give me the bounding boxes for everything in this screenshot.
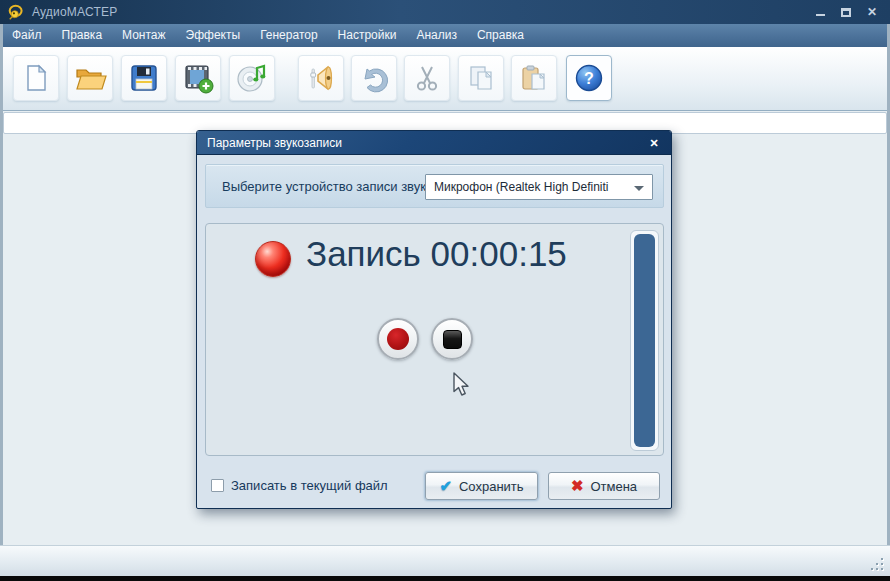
x-icon: ✖ [571,477,584,495]
recording-status-text: Запись 00:00:15 [306,234,567,274]
record-circle-icon [387,328,409,350]
recording-panel: Запись 00:00:15 [205,223,664,456]
record-dialog: Параметры звукозаписи ✕ Выберите устройс… [196,130,672,509]
device-select-value: Микрофон (Realtek High Definiti [434,180,609,194]
minimize-button[interactable] [812,4,828,19]
level-meter-bar [634,234,655,447]
recording-indicator-icon [255,241,291,277]
video-film-plus-icon [181,61,215,95]
save-floppy-icon [128,62,160,94]
dialog-close-button[interactable]: ✕ [645,135,663,151]
grab-cd-audio-button[interactable] [229,55,275,101]
cut-button[interactable] [404,55,450,101]
save-file-button[interactable] [121,55,167,101]
device-select-row: Выберите устройство записи звука: Микроф… [205,164,664,208]
new-file-button[interactable] [13,55,59,101]
copy-button[interactable] [458,55,504,101]
chevron-down-icon [634,186,644,191]
menu-edit[interactable]: Правка [52,24,113,47]
new-file-icon [20,62,52,94]
maximize-button[interactable] [838,4,854,19]
paste-clipboard-icon [517,61,551,95]
save-button[interactable]: ✔ Сохранить [425,472,538,500]
volume-effects-button[interactable] [298,55,344,101]
help-button[interactable]: ? [566,55,612,101]
dialog-titlebar[interactable]: Параметры звукозаписи ✕ [197,131,671,155]
save-button-label: Сохранить [459,479,524,494]
close-button[interactable]: ✕ [864,4,880,19]
dialog-title: Параметры звукозаписи [207,136,342,150]
speaker-slider-icon [304,61,338,95]
undo-button[interactable] [351,55,397,101]
help-icon: ? [573,62,605,94]
mouse-cursor [452,372,472,399]
menu-help[interactable]: Справка [467,24,534,47]
menubar: Файл Правка Монтаж Эффекты Генератор Нас… [0,24,890,47]
menu-analysis[interactable]: Анализ [406,24,467,47]
svg-text:?: ? [584,70,594,87]
device-select-dropdown[interactable]: Микрофон (Realtek High Definiti [425,174,653,200]
extract-audio-from-video-button[interactable] [175,55,221,101]
window-left-edge [0,24,3,576]
menu-generator[interactable]: Генератор [250,24,327,47]
checkmark-icon: ✔ [439,477,452,495]
statusbar [0,545,890,576]
resize-grip[interactable] [871,558,883,570]
device-select-label: Выберите устройство записи звука: [222,165,437,208]
paste-button[interactable] [511,55,557,101]
toolbar: ? [0,47,890,111]
window-bottom-edge [0,576,890,581]
record-to-current-file-row: Записать в текущий файл [211,478,388,493]
open-file-button[interactable] [67,55,113,101]
stop-square-icon [443,330,462,349]
window-title: АудиоМАСТЕР [32,5,117,19]
cancel-button-label: Отмена [590,479,637,494]
menu-file[interactable]: Файл [2,24,52,47]
record-button[interactable] [377,318,419,360]
copy-documents-icon [464,61,498,95]
menu-montage[interactable]: Монтаж [112,24,176,47]
level-meter [630,230,659,451]
record-to-current-file-label: Записать в текущий файл [231,478,388,493]
window-titlebar: АудиоМАСТЕР ✕ [0,0,890,24]
scissors-icon [410,61,444,95]
recording-elapsed-time: 00:00:15 [431,234,567,273]
cancel-button[interactable]: ✖ Отмена [548,472,660,500]
app-logo-icon [8,4,25,21]
undo-arrow-icon [357,61,391,95]
recording-status-label: Запись [306,234,421,273]
cd-music-note-icon [235,61,269,95]
open-folder-icon [73,62,107,94]
menu-settings[interactable]: Настройки [328,24,407,47]
menu-effects[interactable]: Эффекты [176,24,251,47]
record-to-current-file-checkbox[interactable] [211,479,224,492]
stop-button[interactable] [431,318,473,360]
